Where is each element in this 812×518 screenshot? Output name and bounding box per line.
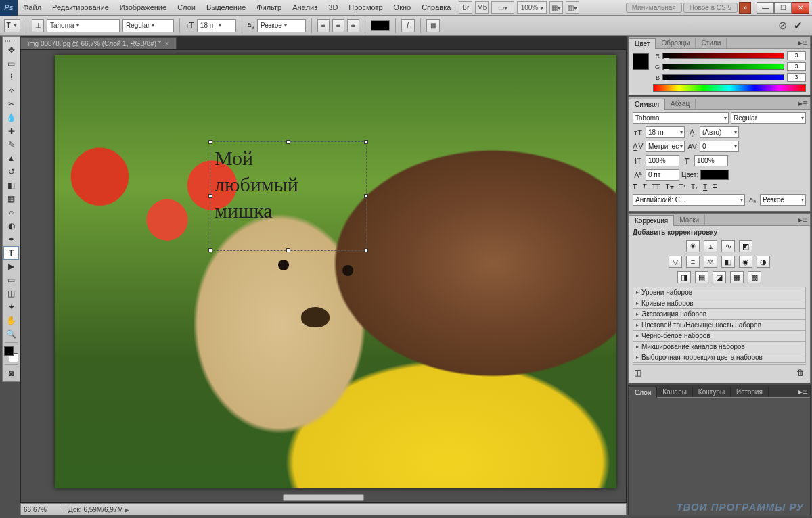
g-value[interactable]: 3: [787, 62, 806, 71]
char-vscale-input[interactable]: 100%: [646, 155, 679, 166]
window-close-button[interactable]: ✕: [792, 2, 809, 14]
brightness-icon[interactable]: ☀: [686, 240, 700, 252]
menu-image[interactable]: Изображение: [114, 3, 172, 11]
wand-tool-icon[interactable]: ✧: [3, 84, 19, 97]
resize-handle[interactable]: [286, 248, 290, 252]
horizontal-scroll-thumb[interactable]: [283, 494, 364, 501]
close-tab-icon[interactable]: ×: [165, 40, 169, 47]
zoom-level[interactable]: 100% ▾: [517, 1, 547, 14]
text-layer-content[interactable]: Мой любимый мишка: [210, 142, 366, 227]
menu-select[interactable]: Выделение: [201, 3, 251, 11]
brush-tool-icon[interactable]: ✎: [3, 138, 19, 151]
eyedropper-tool-icon[interactable]: 💧: [3, 111, 19, 124]
photo-filter-icon[interactable]: ◉: [739, 256, 752, 268]
r-value[interactable]: 3: [787, 51, 806, 60]
smallcaps-icon[interactable]: Tᴛ: [665, 183, 673, 191]
underline-icon[interactable]: T: [703, 183, 707, 191]
gradient-tool-icon[interactable]: ▦: [3, 192, 19, 206]
char-style-dropdown[interactable]: Regular▾: [731, 112, 806, 124]
tab-masks[interactable]: Маски: [674, 215, 705, 225]
screen-mode-icon[interactable]: ▭▾: [491, 1, 514, 14]
window-minimize-button[interactable]: —: [757, 2, 774, 14]
document-canvas[interactable]: Мой любимый мишка: [55, 55, 616, 488]
superscript-icon[interactable]: T¹: [679, 183, 685, 191]
workspace-cs5[interactable]: Новое в CS 5: [683, 3, 738, 13]
char-hscale-input[interactable]: 100%: [694, 155, 728, 166]
menu-3d[interactable]: 3D: [323, 3, 343, 11]
marquee-tool-icon[interactable]: ▭: [3, 57, 19, 70]
zoom-tool-icon[interactable]: 🔍: [3, 327, 19, 341]
commit-icon[interactable]: ✔: [794, 20, 803, 32]
char-kerning-dropdown[interactable]: Метричес▾: [646, 141, 685, 152]
resize-handle[interactable]: [208, 194, 212, 198]
3d-camera-tool-icon[interactable]: ✦: [3, 300, 19, 314]
preset-row[interactable]: ▸Выборочная коррекция цвета наборов: [633, 352, 806, 363]
resize-handle[interactable]: [364, 248, 368, 252]
b-slider[interactable]: [662, 74, 784, 80]
strike-icon[interactable]: T: [713, 183, 717, 191]
align-right-icon[interactable]: ≡: [347, 19, 359, 32]
char-language-dropdown[interactable]: Английский: С...▾: [633, 194, 745, 206]
resize-handle[interactable]: [364, 194, 368, 198]
panel-menu-icon[interactable]: ▸≡: [796, 99, 810, 108]
crop-tool-icon[interactable]: ✂: [3, 97, 19, 111]
tab-swatches[interactable]: Образцы: [656, 38, 696, 48]
char-size-dropdown[interactable]: 18 пт▾: [646, 126, 685, 138]
levels-icon[interactable]: ⟁: [704, 240, 717, 252]
char-tracking-dropdown[interactable]: 0▾: [700, 141, 739, 152]
tab-styles[interactable]: Стили: [696, 38, 727, 48]
color-swatch[interactable]: [633, 53, 649, 70]
tab-channels[interactable]: Каналы: [657, 387, 693, 397]
subscript-icon[interactable]: T₁: [691, 183, 698, 191]
panel-menu-icon[interactable]: ▸≡: [796, 215, 810, 225]
heal-tool-icon[interactable]: ✚: [3, 124, 19, 138]
tab-paragraph[interactable]: Абзац: [665, 99, 696, 109]
menu-window[interactable]: Окно: [388, 3, 417, 11]
b-value[interactable]: 3: [787, 73, 806, 82]
foreground-background-swatch[interactable]: [3, 346, 19, 363]
move-tool-icon[interactable]: ✥: [3, 43, 19, 57]
type-tool-icon[interactable]: T: [3, 246, 19, 260]
gradient-map-icon[interactable]: ▦: [730, 271, 744, 283]
vibrance-icon[interactable]: ▽: [669, 256, 682, 268]
history-brush-tool-icon[interactable]: ↺: [3, 165, 19, 179]
hand-tool-icon[interactable]: ✋: [3, 314, 19, 327]
toggle-panels-icon[interactable]: ▦: [426, 19, 440, 32]
minibridge-icon[interactable]: Mb: [475, 1, 489, 14]
posterize-icon[interactable]: ▤: [695, 271, 708, 283]
tab-history[interactable]: История: [731, 387, 769, 397]
tab-adjustments[interactable]: Коррекция: [629, 215, 674, 226]
shape-tool-icon[interactable]: ▭: [3, 273, 19, 287]
workspace-more-icon[interactable]: »: [739, 2, 751, 14]
exposure-icon[interactable]: ◩: [739, 240, 752, 252]
faux-bold-icon[interactable]: T: [633, 183, 637, 191]
align-left-icon[interactable]: ≡: [317, 19, 330, 32]
pen-tool-icon[interactable]: ✒: [3, 233, 19, 246]
preset-row[interactable]: ▸Экспозиция наборов: [633, 308, 806, 320]
resize-handle[interactable]: [286, 140, 290, 144]
allcaps-icon[interactable]: TT: [652, 183, 660, 191]
preset-row[interactable]: ▸Уровни наборов: [633, 287, 806, 298]
toolbox-handle[interactable]: [3, 38, 19, 43]
menu-layers[interactable]: Слои: [172, 3, 201, 11]
invert-icon[interactable]: ◨: [677, 271, 691, 283]
tab-paths[interactable]: Контуры: [693, 387, 731, 397]
text-orientation-icon[interactable]: ⊥: [32, 19, 44, 32]
preset-row[interactable]: ▸Микширование каналов наборов: [633, 341, 806, 352]
curves-icon[interactable]: ∿: [721, 240, 735, 252]
panel-menu-icon[interactable]: ▸≡: [796, 387, 810, 396]
tab-layers[interactable]: Слои: [629, 387, 657, 398]
hue-icon[interactable]: ≡: [686, 256, 700, 268]
tool-preset-icon[interactable]: T▼: [4, 19, 20, 32]
extras-icon[interactable]: ▥▾: [566, 1, 579, 14]
resize-handle[interactable]: [208, 248, 212, 252]
bridge-icon[interactable]: Br: [459, 1, 472, 14]
channel-mixer-icon[interactable]: ◑: [757, 256, 770, 268]
char-leading-dropdown[interactable]: (Авто)▾: [700, 126, 739, 138]
adjust-footer-icon[interactable]: ◫: [634, 368, 641, 377]
preset-row[interactable]: ▸Кривые наборов: [633, 298, 806, 309]
stamp-tool-icon[interactable]: ▲: [3, 151, 19, 165]
antialias-dropdown[interactable]: Резкое▾: [257, 19, 306, 32]
char-baseline-input[interactable]: 0 пт: [646, 169, 679, 181]
char-aa-dropdown[interactable]: Резкое▾: [760, 194, 806, 206]
